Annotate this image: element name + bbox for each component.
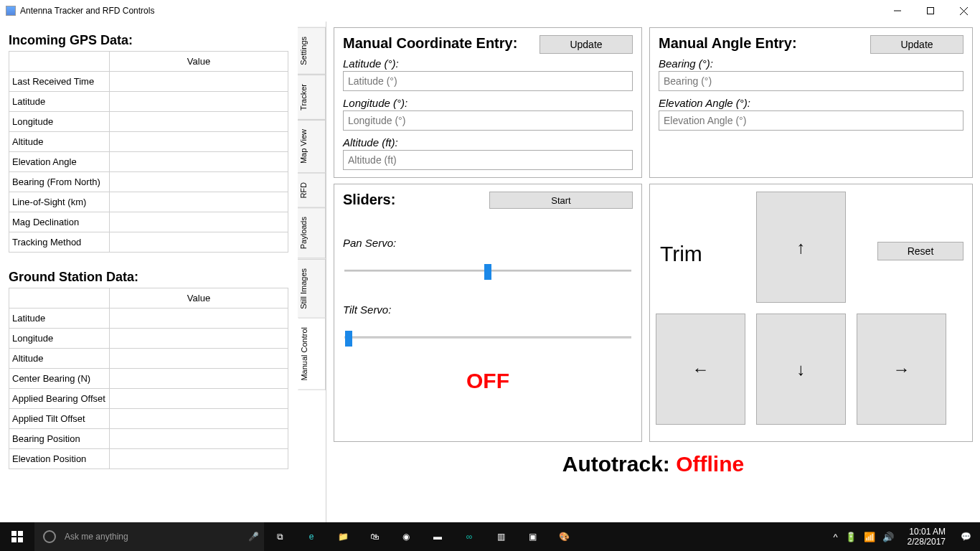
altitude-input[interactable] <box>343 150 633 170</box>
taskbar-clock[interactable]: 10:01 AM 2/28/2017 <box>902 527 951 547</box>
close-button[interactable] <box>947 0 980 22</box>
vertical-tabs: SettingsTrackerMap ViewRFDPayloadsStill … <box>298 22 326 524</box>
row-label: Latitude <box>9 309 110 329</box>
task-view-icon[interactable]: ⧉ <box>264 522 296 551</box>
table-row: Altitude <box>9 132 288 152</box>
edge-icon[interactable]: e <box>296 522 327 551</box>
tray-chevron-icon[interactable]: ^ <box>834 532 838 542</box>
svg-rect-4 <box>11 531 17 536</box>
table-row: Elevation Angle <box>9 152 288 172</box>
app-icon <box>6 6 16 16</box>
row-value <box>110 212 288 232</box>
row-label: Altitude <box>9 349 110 369</box>
row-value <box>110 72 288 92</box>
coord-update-button[interactable]: Update <box>540 35 633 54</box>
cortana-search[interactable]: Ask me anything 🎤 <box>34 522 264 551</box>
arduino-icon[interactable]: ∞ <box>453 522 485 551</box>
table-row: Elevation Position <box>9 449 288 469</box>
window-titlebar: Antenna Tracker and RFD Controls <box>0 0 980 22</box>
cortana-icon <box>43 530 56 543</box>
autotrack-status-line: Autotrack: Offline <box>334 452 973 476</box>
tilt-servo-label: Tilt Servo: <box>343 303 633 316</box>
manual-coordinate-panel: Manual Coordinate Entry: Update Latitude… <box>334 27 642 178</box>
sliders-start-button[interactable]: Start <box>489 192 633 209</box>
tab-rfd[interactable]: RFD <box>298 173 326 208</box>
notifications-icon[interactable]: 💬 <box>951 532 980 542</box>
tab-tracker[interactable]: Tracker <box>298 75 326 120</box>
mic-icon[interactable]: 🎤 <box>242 532 264 542</box>
row-value <box>110 232 288 253</box>
store-icon[interactable]: 🛍 <box>359 522 390 551</box>
tab-payloads[interactable]: Payloads <box>298 207 326 258</box>
row-label: Mag Declination <box>9 212 110 232</box>
row-label: Longitude <box>9 112 110 132</box>
pan-slider-thumb[interactable] <box>484 264 491 280</box>
row-value <box>110 152 288 172</box>
tab-settings[interactable]: Settings <box>298 27 326 75</box>
svg-rect-6 <box>11 537 17 542</box>
wifi-icon[interactable]: 📶 <box>864 532 875 542</box>
row-label: Altitude <box>9 132 110 152</box>
trim-up-button[interactable]: ↑ <box>756 192 846 303</box>
svg-rect-5 <box>18 531 23 536</box>
row-label: Center Bearing (N) <box>9 369 110 389</box>
app-icon-2[interactable]: ▣ <box>517 522 548 551</box>
trim-reset-button[interactable]: Reset <box>877 242 963 260</box>
system-tray[interactable]: ^ 🔋 📶 🔊 <box>830 532 902 542</box>
row-label: Elevation Position <box>9 449 110 469</box>
explorer-icon[interactable]: 📁 <box>327 522 359 551</box>
tab-still-images[interactable]: Still Images <box>298 259 326 319</box>
left-column: Incoming GPS Data: Value Last Received T… <box>0 22 298 524</box>
gps-value-header: Value <box>110 52 288 72</box>
table-row: Latitude <box>9 309 288 329</box>
taskbar-date: 2/28/2017 <box>908 537 946 547</box>
row-value <box>110 172 288 192</box>
tab-map-view[interactable]: Map View <box>298 120 326 173</box>
bearing-label: Bearing (°): <box>659 57 963 70</box>
row-value <box>110 192 288 212</box>
terminal-icon[interactable]: ▬ <box>422 522 453 551</box>
ground-table: Value LatitudeLongitudeAltitudeCenter Be… <box>9 288 288 469</box>
volume-icon[interactable]: 🔊 <box>882 532 894 542</box>
chrome-icon[interactable]: ◉ <box>390 522 422 551</box>
trim-left-button[interactable]: ← <box>656 314 745 425</box>
pan-servo-slider[interactable] <box>343 260 633 282</box>
main-area: Manual Coordinate Entry: Update Latitude… <box>326 22 980 524</box>
app-icon-1[interactable]: ▥ <box>485 522 517 551</box>
row-value <box>110 349 288 369</box>
row-value <box>110 309 288 329</box>
start-button[interactable] <box>0 522 34 551</box>
row-value <box>110 449 288 469</box>
angle-update-button[interactable]: Update <box>870 35 963 54</box>
lon-label: Longitude (°): <box>343 97 633 109</box>
elevation-input[interactable] <box>659 110 963 131</box>
latitude-input[interactable] <box>343 71 633 91</box>
table-row: Latitude <box>9 92 288 112</box>
row-label: Longitude <box>9 329 110 349</box>
tilt-slider-thumb[interactable] <box>345 331 352 347</box>
paint-icon[interactable]: 🎨 <box>548 522 580 551</box>
tilt-servo-slider[interactable] <box>343 327 633 349</box>
row-label: Tracking Method <box>9 232 110 253</box>
minimize-button[interactable] <box>881 0 914 22</box>
autotrack-label: Autotrack: <box>562 452 676 476</box>
elev-label: Elevation Angle (°): <box>659 97 963 109</box>
ground-heading: Ground Station Data: <box>9 270 289 285</box>
maximize-button[interactable] <box>914 0 947 22</box>
trim-right-button[interactable]: → <box>857 314 946 425</box>
row-label: Applied Bearing Offset <box>9 389 110 409</box>
pan-servo-label: Pan Servo: <box>343 237 633 249</box>
angle-heading: Manual Angle Entry: <box>659 35 797 52</box>
windows-taskbar: Ask me anything 🎤 ⧉ e 📁 🛍 ◉ ▬ ∞ ▥ ▣ 🎨 ^ … <box>0 522 980 551</box>
tab-manual-control[interactable]: Manual Control <box>298 318 326 390</box>
table-row: Center Bearing (N) <box>9 369 288 389</box>
longitude-input[interactable] <box>343 110 633 131</box>
row-label: Applied Tilt Offset <box>9 409 110 429</box>
table-row: Bearing (From North) <box>9 172 288 192</box>
battery-icon[interactable]: 🔋 <box>845 532 857 542</box>
trim-down-button[interactable]: ↓ <box>756 314 846 425</box>
coord-heading: Manual Coordinate Entry: <box>343 35 517 52</box>
bearing-input[interactable] <box>659 71 963 91</box>
table-row: Longitude <box>9 329 288 349</box>
trim-heading: Trim <box>660 242 702 266</box>
